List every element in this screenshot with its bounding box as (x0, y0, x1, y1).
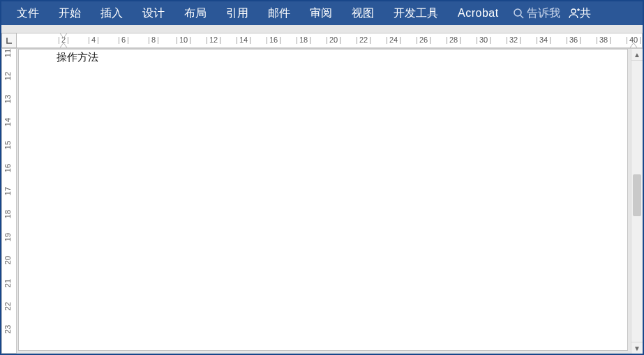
tab-file[interactable]: 文件 (7, 1, 49, 25)
vruler-tick: 17 (3, 187, 12, 195)
document-page[interactable]: 操作方法 (18, 49, 628, 351)
tab-references[interactable]: 引用 (216, 1, 258, 25)
vruler-tick: 12 (3, 72, 12, 80)
tab-view[interactable]: 视图 (342, 1, 384, 25)
vruler-tick: 23 (3, 325, 12, 333)
hruler-tick: 22 (354, 36, 373, 44)
tab-mailings[interactable]: 邮件 (258, 1, 300, 25)
hruler-tick: 18 (294, 36, 313, 44)
hruler-tick: 38 (594, 36, 613, 44)
tab-acrobat[interactable]: Acrobat (448, 1, 509, 25)
vruler-tick: 18 (3, 210, 12, 218)
tab-home[interactable]: 开始 (49, 1, 91, 25)
first-line-indent-marker[interactable] (59, 33, 68, 38)
vertical-scrollbar[interactable]: ▲ ▼ (631, 49, 643, 354)
document-text: 操作方法 (57, 51, 98, 64)
hruler-tick: 6 (117, 36, 130, 44)
hruler-tick: 24 (384, 36, 403, 44)
search-icon (513, 8, 524, 19)
scrollbar-thumb[interactable] (633, 174, 641, 216)
hruler-tick: 16 (264, 36, 283, 44)
hruler-tick: 34 (534, 36, 553, 44)
hruler-tick: 4 (87, 36, 100, 44)
vertical-ruler[interactable]: 11121314151617181920212223 (1, 49, 17, 354)
right-indent-marker[interactable] (629, 43, 638, 48)
share-button[interactable]: 共 (567, 6, 591, 21)
vruler-tick: 22 (3, 302, 12, 310)
hruler-tick: 20 (324, 36, 343, 44)
hruler-tick: 14 (234, 36, 253, 44)
tab-layout[interactable]: 布局 (174, 1, 216, 25)
tab-stop-selector[interactable] (1, 33, 17, 48)
hruler-tick: 30 (474, 36, 493, 44)
tab-insert[interactable]: 插入 (91, 1, 133, 25)
vruler-tick: 11 (3, 49, 12, 57)
work-area: 11121314151617181920212223 操作方法 ▲ ▼ (1, 49, 643, 354)
svg-line-1 (521, 15, 523, 18)
vruler-tick: 19 (3, 233, 12, 241)
tell-me-label: 告诉我 (527, 6, 560, 21)
tell-me-search[interactable]: 告诉我 (513, 6, 560, 21)
share-label: 共 (580, 6, 591, 21)
tab-review[interactable]: 审阅 (300, 1, 342, 25)
vruler-tick: 14 (3, 118, 12, 126)
share-icon (567, 7, 580, 20)
hruler-tick: 36 (564, 36, 583, 44)
scroll-down-button[interactable]: ▼ (631, 342, 643, 354)
tab-l-icon (5, 36, 13, 45)
hruler-tick: 12 (204, 36, 223, 44)
vruler-tick: 21 (3, 279, 12, 287)
hruler-tick: 32 (504, 36, 523, 44)
hruler-tick: 28 (444, 36, 463, 44)
svg-point-2 (571, 9, 576, 13)
tab-developer[interactable]: 开发工具 (384, 1, 448, 25)
ruler-row: 246810121416182022242628303234363840 (1, 25, 643, 49)
svg-point-0 (514, 9, 521, 16)
hruler-tick: 10 (174, 36, 193, 44)
ribbon-tabs: 文件 开始 插入 设计 布局 引用 邮件 审阅 视图 开发工具 Acrobat … (1, 1, 643, 25)
tab-design[interactable]: 设计 (133, 1, 174, 25)
hanging-indent-marker[interactable] (59, 43, 68, 48)
vruler-tick: 16 (3, 164, 12, 172)
vruler-tick: 15 (3, 141, 12, 149)
horizontal-ruler[interactable]: 246810121416182022242628303234363840 (17, 33, 643, 48)
hruler-tick: 26 (414, 36, 433, 44)
vruler-tick: 13 (3, 95, 12, 103)
vruler-tick: 20 (3, 256, 12, 264)
scroll-up-button[interactable]: ▲ (631, 49, 643, 61)
hruler-tick: 8 (147, 36, 160, 44)
